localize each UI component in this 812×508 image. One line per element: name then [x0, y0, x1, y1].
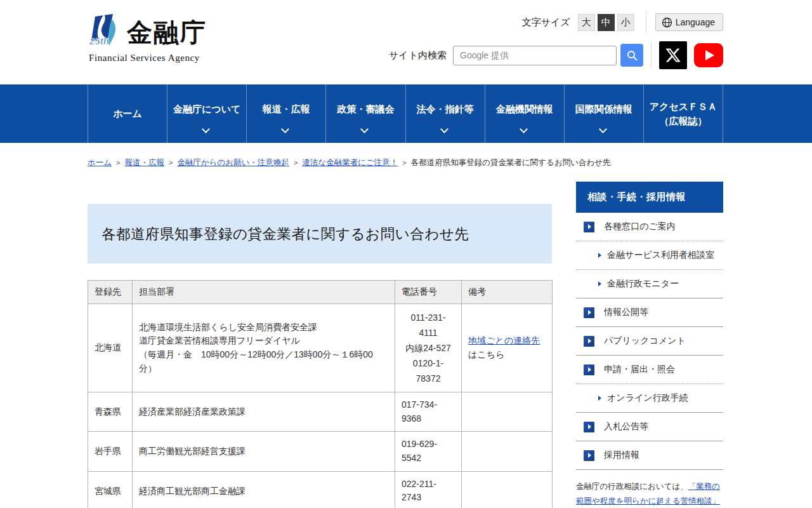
square-arrow-icon [584, 222, 594, 232]
breadcrumb-link-press[interactable]: 報道・広報 [125, 158, 165, 167]
square-arrow-icon [584, 336, 594, 347]
page-title-box: 各都道府県知事登録の貸金業者に関するお問い合わせ先 [88, 204, 552, 264]
sidebar-item-user-consultation-office[interactable]: 金融サービス利用者相談室 [576, 241, 723, 270]
fsa-25th-logo-icon: 25th [89, 13, 124, 52]
header-divider [646, 11, 646, 33]
square-arrow-icon [584, 307, 594, 318]
breadcrumb-separator: > [116, 159, 120, 166]
nav-item-access-fsa[interactable]: アクセスＦＳＡ （広報誌） [643, 84, 723, 143]
site-header: 25th 金融庁 Financial Services Agency 文字サイズ… [0, 0, 812, 84]
pref-cell: 青森県 [88, 392, 133, 432]
nav-item-about-fsa[interactable]: 金融庁について [167, 84, 246, 143]
breadcrumb-link-requests-alerts[interactable]: 金融庁からのお願い・注意喚起 [177, 158, 289, 167]
chevron-down-icon [281, 125, 289, 133]
phone-cell: 019-629-5542 [395, 432, 462, 471]
pref-cell: 北海道 [88, 304, 133, 392]
regional-contacts-link[interactable]: 地域ごとの連絡先 [468, 335, 540, 345]
sidebar-item-contact-points[interactable]: 各種窓口のご案内 [576, 213, 723, 241]
breadcrumb-separator: > [169, 159, 173, 166]
breadcrumb-separator: > [294, 159, 298, 166]
nav-item-press[interactable]: 報道・広報 [246, 84, 325, 143]
text-size-label: 文字サイズ [522, 17, 570, 29]
nav-item-financial-institutions[interactable]: 金融機関情報 [485, 84, 564, 143]
breadcrumb-link-illegal-lenders[interactable]: 違法な金融業者にご注意！ [302, 158, 398, 167]
site-search-label: サイト内検索 [389, 50, 447, 62]
chevron-down-icon [361, 125, 369, 133]
dept-cell: 北海道環境生活部くらし安全局消費者安全課 道庁貸金業苦情相談専用フリーダイヤル … [133, 304, 395, 392]
sidebar-item-administration-monitor[interactable]: 金融行政モニター [576, 270, 723, 298]
remark-cell [462, 392, 553, 432]
sidebar-item-applications-notifications[interactable]: 申請・届出・照会 [576, 356, 723, 384]
fsa-logo[interactable]: 25th 金融庁 Financial Services Agency [89, 0, 207, 84]
sidebar-item-public-comment[interactable]: パブリックコメント [576, 327, 723, 356]
breadcrumb: ホーム>報道・広報>金融庁からのお願い・注意喚起>違法な金融業者にご注意！>各都… [88, 157, 723, 168]
nav-item-policy-councils[interactable]: 政策・審議会 [325, 84, 405, 143]
globe-icon [662, 17, 672, 28]
dept-cell: 経済産業部経済産業政策課 [133, 392, 395, 432]
text-size-medium-button[interactable]: 中 [598, 14, 615, 31]
page-title: 各都道府県知事登録の貸金業者に関するお問い合わせ先 [102, 224, 469, 244]
sidebar-item-recruitment[interactable]: 採用情報 [576, 441, 723, 470]
remark-cell [462, 471, 553, 508]
language-button[interactable]: Language [655, 13, 723, 31]
table-row-hokkaido: 北海道 北海道環境生活部くらし安全局消費者安全課 道庁貸金業苦情相談専用フリーダ… [88, 304, 553, 392]
triangle-right-icon [598, 281, 601, 286]
table-row-iwate: 岩手県 商工労働観光部経営支援課 019-629-5542 [88, 432, 553, 471]
chevron-down-icon [520, 125, 528, 133]
table-row-aomori: 青森県 経済産業部経済産業政策課 017-734-9368 [88, 392, 553, 432]
contact-table: 登録先 担当部署 電話番号 備考 北海道 北海道環境生活部くらし安全局消費者安全… [88, 280, 553, 508]
sidebar-item-online-procedures[interactable]: オンライン行政手続 [576, 384, 723, 413]
search-button[interactable] [620, 44, 643, 67]
table-row-miyagi: 宮城県 経済商工観光部商工金融課 022-211-2743 [88, 471, 553, 508]
sidebar-item-information-disclosure[interactable]: 情報公開等 [576, 298, 723, 327]
text-size-small-button[interactable]: 小 [617, 14, 634, 31]
header-divider [651, 42, 652, 69]
phone-cell: 011-231-4111 内線24-527 0120-1-78372 [395, 304, 462, 392]
breadcrumb-link-home[interactable]: ホーム [88, 158, 112, 167]
sidebar-header: 相談・手続・採用情報 [576, 182, 723, 213]
triangle-right-icon [598, 253, 601, 258]
search-input[interactable] [453, 46, 617, 65]
nav-item-home[interactable]: ホーム [88, 84, 167, 143]
site-title: 金融庁 [127, 13, 207, 52]
phone-cell: 022-211-2743 [395, 471, 462, 508]
main-content: 各都道府県知事登録の貸金業者に関するお問い合わせ先 登録先 担当部署 電話番号 … [88, 182, 552, 508]
breadcrumb-current: 各都道府県知事登録の貸金業者に関するお問い合わせ先 [411, 158, 611, 167]
breadcrumb-separator: > [402, 159, 406, 166]
main-nav: ホーム 金融庁について 報道・広報 政策・審議会 法令・指針等 金融機関情報 国… [0, 84, 812, 143]
svg-text:25th: 25th [89, 36, 109, 46]
square-arrow-icon [584, 422, 594, 432]
square-arrow-icon [584, 450, 594, 461]
x-social-button[interactable] [659, 41, 687, 69]
youtube-button[interactable] [694, 43, 723, 67]
header-cell-department: 担当部署 [133, 281, 395, 304]
pref-cell: 岩手県 [88, 432, 133, 471]
table-header-row: 登録先 担当部署 電話番号 備考 [88, 281, 553, 304]
triangle-right-icon [598, 396, 601, 401]
phone-cell: 017-734-9368 [395, 392, 462, 432]
chevron-down-icon [440, 125, 449, 133]
header-cell-remarks: 備考 [462, 281, 553, 304]
sidebar-item-procurement-notices[interactable]: 入札公告等 [576, 413, 723, 441]
nav-item-laws-guidelines[interactable]: 法令・指針等 [405, 84, 485, 143]
chevron-down-icon [202, 125, 210, 133]
square-arrow-icon [584, 364, 594, 375]
sidebar-note: 金融庁の行政相談においては、「業務の範囲や程度を明らかに超える苦情相談」への対応… [576, 479, 723, 508]
search-icon [627, 50, 638, 61]
nav-item-international[interactable]: 国際関係情報 [564, 84, 643, 143]
remark-cell: 地域ごとの連絡先はこちら [462, 304, 553, 392]
text-size-large-button[interactable]: 大 [578, 14, 595, 31]
header-cell-phone: 電話番号 [395, 281, 462, 304]
dept-cell: 商工労働観光部経営支援課 [133, 432, 395, 471]
x-icon [665, 47, 681, 64]
chevron-down-icon [599, 125, 607, 133]
remark-cell [462, 432, 553, 471]
site-subtitle: Financial Services Agency [89, 53, 207, 64]
header-cell-registration: 登録先 [88, 281, 133, 304]
youtube-play-icon [705, 50, 714, 60]
dept-cell: 経済商工観光部商工金融課 [133, 471, 395, 508]
sidebar: 相談・手続・採用情報 各種窓口のご案内 金融サービス利用者相談室 金融行政モニタ… [576, 182, 723, 508]
pref-cell: 宮城県 [88, 471, 133, 508]
